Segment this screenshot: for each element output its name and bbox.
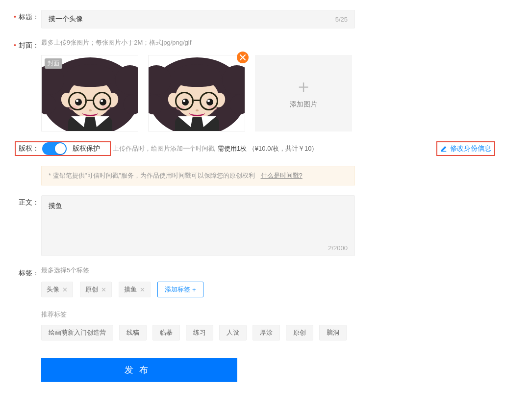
title-counter: 5/25 [335, 16, 348, 23]
cover-label: 封面： [0, 38, 41, 50]
recommended-tag[interactable]: 脑洞 [319, 325, 347, 341]
cover-help: 最多上传9张图片；每张图片小于2M；格式jpg/png/gif [41, 38, 486, 47]
tag-item: 摸鱼✕ [119, 282, 151, 297]
tags-label: 标签： [0, 266, 41, 278]
tag-item: 原创✕ [80, 282, 112, 297]
recommended-tags-label: 推荐标签 [41, 310, 486, 319]
plus-icon: + [192, 286, 196, 293]
content-counter: 2/2000 [328, 244, 348, 252]
timestamp-info-link[interactable]: 什么是时间戳? [261, 172, 303, 179]
copyright-label: 版权： [16, 144, 42, 153]
title-label: 标题： [0, 10, 41, 22]
remove-tag-icon[interactable]: ✕ [62, 286, 68, 293]
copyright-hint: 上传作品时，给图片添加一个时间戳 [113, 144, 215, 153]
recommended-tag[interactable]: 人设 [219, 325, 247, 341]
tag-item: 头像✕ [41, 282, 73, 297]
copyright-cost: 需使用1枚 （¥10.0/枚，共计￥10） [218, 144, 318, 153]
remove-tag-icon[interactable]: ✕ [101, 286, 106, 293]
edit-icon [440, 145, 447, 152]
plus-icon: ＋ [295, 78, 312, 95]
cover-badge: 封面 [45, 58, 62, 69]
title-input[interactable] [49, 15, 335, 23]
copyright-switch-label: 版权保护 [73, 144, 100, 153]
edit-identity-link[interactable]: 修改身份信息 [440, 144, 491, 153]
remove-tag-icon[interactable]: ✕ [140, 286, 145, 293]
cover-image-2[interactable] [148, 55, 245, 131]
add-image-button[interactable]: ＋ 添加图片 [255, 55, 352, 131]
add-image-label: 添加图片 [290, 100, 317, 109]
add-tag-button[interactable]: 添加标签+ [157, 282, 203, 297]
content-textarea-wrap[interactable]: 2/2000 [41, 195, 355, 256]
copyright-toggle[interactable] [42, 142, 67, 155]
recommended-tag[interactable]: 临摹 [152, 325, 180, 341]
cover-image-1[interactable]: 封面 [41, 55, 138, 131]
copyright-tip: * 蓝铅笔提供"可信时间戳"服务，为作品使用时间戳可以保障您的原创权利 什么是时… [41, 166, 355, 185]
close-icon [240, 54, 246, 60]
recommended-tag[interactable]: 原创 [286, 325, 313, 341]
recommended-tag[interactable]: 练习 [186, 325, 213, 341]
recommended-tag[interactable]: 厚涂 [252, 325, 280, 341]
title-input-wrap[interactable]: 5/25 [41, 10, 355, 28]
content-textarea[interactable] [49, 202, 348, 246]
recommended-tag[interactable]: 绘画萌新入门创造营 [41, 325, 113, 341]
delete-image-button[interactable] [237, 52, 249, 63]
recommended-tag[interactable]: 线稿 [119, 325, 147, 341]
tags-help: 最多选择5个标签 [41, 266, 486, 275]
publish-button[interactable]: 发布 [41, 358, 237, 382]
content-label: 正文： [0, 195, 41, 207]
